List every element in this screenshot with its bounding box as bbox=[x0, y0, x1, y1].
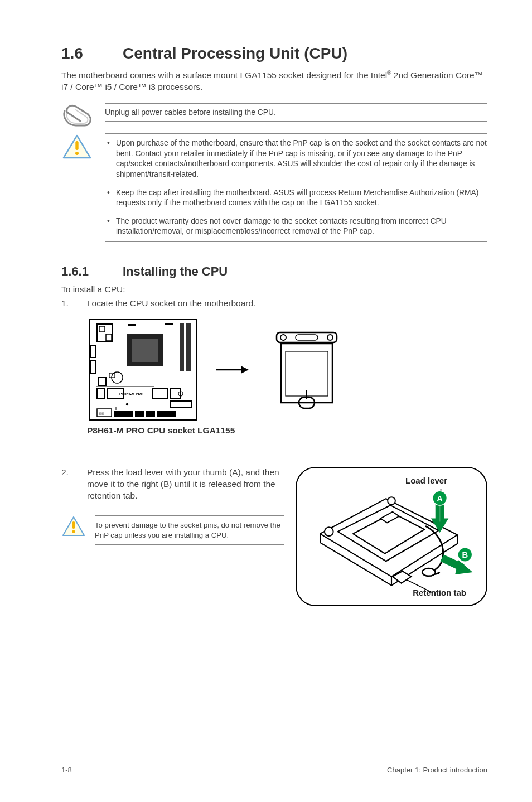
svg-rect-28 bbox=[135, 411, 144, 417]
svg-rect-9 bbox=[128, 324, 136, 326]
step-number: 2. bbox=[61, 467, 87, 502]
motherboard-diagram: P8H61-M PRO ▥▥ bbox=[87, 317, 199, 422]
page-footer: 1-8 Chapter 1: Product introduction bbox=[61, 762, 487, 774]
intro-pre: The motherboard comes with a surface mou… bbox=[61, 70, 387, 80]
arrow-right-icon bbox=[215, 361, 249, 378]
subsection-heading: 1.6.1Installing the CPU bbox=[61, 264, 487, 279]
note-row-unplug: Unplug all power cables before installin… bbox=[61, 103, 487, 130]
board-label: P8H61-M PRO bbox=[119, 392, 143, 396]
subsection-number: 1.6.1 bbox=[61, 264, 123, 279]
svg-rect-27 bbox=[114, 411, 133, 417]
svg-rect-13 bbox=[90, 345, 96, 357]
svg-rect-8 bbox=[132, 339, 158, 362]
step-2-row: 2. Press the load lever with your thumb … bbox=[61, 467, 487, 606]
footer-page-number: 1-8 bbox=[61, 766, 72, 774]
install-steps: 1. Locate the CPU socket on the motherbo… bbox=[61, 298, 487, 310]
svg-rect-35 bbox=[286, 351, 328, 396]
svg-rect-30 bbox=[157, 411, 176, 417]
svg-rect-29 bbox=[146, 411, 155, 417]
section-heading: 1.6Central Processing Unit (CPU) bbox=[61, 45, 487, 62]
figure-caption: P8H61-M PRO CPU socket LGA1155 bbox=[87, 426, 487, 436]
svg-point-38 bbox=[280, 335, 286, 340]
intro-sup: ® bbox=[387, 70, 391, 76]
svg-rect-23 bbox=[171, 401, 192, 408]
warning-item: Upon purchase of the motherboard, ensure… bbox=[105, 138, 487, 180]
svg-point-45 bbox=[325, 527, 333, 536]
warning-list: Upon purchase of the motherboard, ensure… bbox=[105, 138, 487, 237]
svg-rect-6 bbox=[106, 334, 112, 341]
note-body: Unplug all power cables before installin… bbox=[105, 103, 487, 122]
badge-a: A bbox=[437, 494, 443, 503]
svg-rect-15 bbox=[98, 378, 106, 385]
step-1: 1. Locate the CPU socket on the motherbo… bbox=[61, 298, 487, 310]
socket-diagram bbox=[265, 328, 349, 412]
caution-icon bbox=[61, 515, 86, 540]
warning-item: Keep the cap after installing the mother… bbox=[105, 188, 487, 209]
svg-point-24 bbox=[126, 403, 128, 405]
svg-rect-18 bbox=[97, 389, 105, 399]
warning-item: The product warranty does not cover dama… bbox=[105, 216, 487, 237]
svg-rect-1 bbox=[75, 141, 78, 150]
section-title-text: Central Processing Unit (CPU) bbox=[123, 45, 347, 62]
note-row-warnings: Upon purchase of the motherboard, ensure… bbox=[61, 133, 487, 242]
svg-rect-37 bbox=[296, 335, 318, 340]
svg-point-44 bbox=[72, 530, 75, 533]
svg-point-2 bbox=[75, 152, 79, 155]
footer-chapter: Chapter 1: Product introduction bbox=[387, 766, 487, 774]
step-2: 2. Press the load lever with your thumb … bbox=[61, 467, 284, 502]
svg-rect-20 bbox=[153, 389, 167, 399]
inner-warning-text: To prevent damage to the socket pins, do… bbox=[95, 515, 284, 545]
install-intro: To install a CPU: bbox=[61, 284, 487, 294]
inner-warning-row: To prevent damage to the socket pins, do… bbox=[61, 515, 284, 545]
badge-b: B bbox=[462, 550, 468, 559]
svg-rect-12 bbox=[186, 323, 191, 371]
svg-text:▥▥: ▥▥ bbox=[99, 412, 104, 415]
svg-rect-11 bbox=[180, 323, 184, 371]
step-number: 1. bbox=[61, 298, 87, 310]
subsection-title-text: Installing the CPU bbox=[123, 264, 228, 278]
svg-rect-43 bbox=[72, 521, 75, 529]
label-retention-tab: Retention tab bbox=[413, 588, 466, 597]
step-text: Locate the CPU socket on the motherboard… bbox=[87, 298, 487, 310]
load-lever-callout: Load lever bbox=[296, 467, 487, 606]
svg-rect-21 bbox=[171, 389, 181, 399]
svg-rect-14 bbox=[90, 361, 96, 373]
svg-marker-33 bbox=[241, 366, 249, 374]
step-text: Press the load lever with your thumb (A)… bbox=[87, 467, 284, 502]
caution-icon bbox=[61, 133, 93, 160]
figure-block: P8H61-M PRO ▥▥ bbox=[87, 317, 487, 436]
section-number: 1.6 bbox=[61, 45, 123, 62]
note-unplug-text: Unplug all power cables before installin… bbox=[105, 103, 487, 122]
intro-paragraph: The motherboard comes with a surface mou… bbox=[61, 69, 487, 93]
note-body-warnings: Upon purchase of the motherboard, ensure… bbox=[105, 133, 487, 242]
svg-point-47 bbox=[422, 568, 436, 576]
svg-point-39 bbox=[327, 335, 333, 340]
svg-rect-10 bbox=[165, 323, 173, 325]
svg-point-46 bbox=[388, 497, 395, 505]
load-lever-diagram: A B bbox=[297, 468, 486, 605]
svg-rect-5 bbox=[99, 326, 105, 332]
paperclip-icon bbox=[61, 103, 93, 130]
